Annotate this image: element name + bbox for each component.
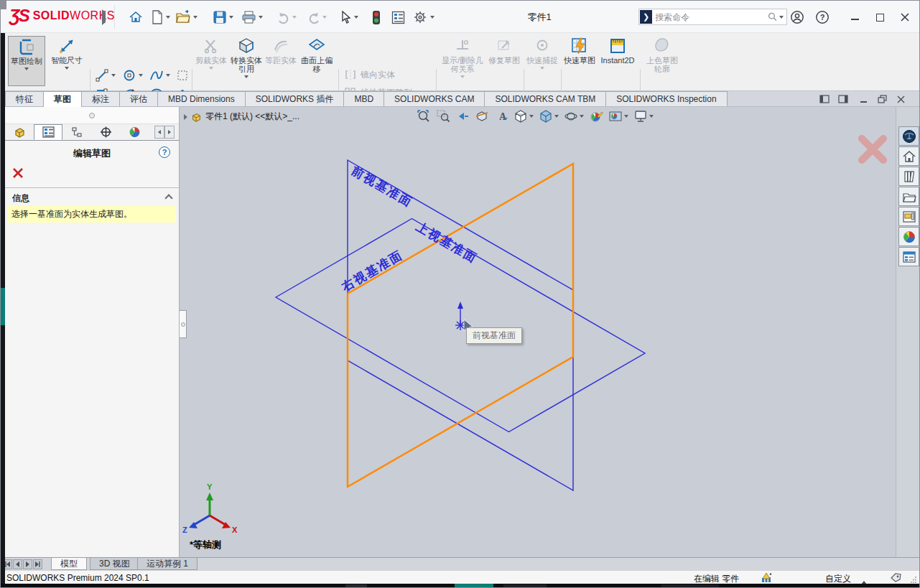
panel-tabs-scroll-right[interactable] (164, 126, 175, 139)
apply-scene-caret[interactable] (624, 115, 628, 118)
print-caret[interactable] (259, 16, 263, 19)
tab-features[interactable]: 特征 (5, 91, 44, 106)
doc-close-button[interactable] (894, 93, 907, 105)
tab-addins[interactable]: SOLIDWORKS 插件 (245, 91, 345, 106)
display-style-button[interactable] (539, 109, 559, 123)
pane-toggle-right-button[interactable] (837, 93, 850, 105)
top-plane-label[interactable]: 上视基准面 (413, 220, 480, 266)
tab-dimxpertmanager[interactable] (91, 124, 120, 140)
settings-caret[interactable] (430, 16, 435, 19)
tab-featuremanager[interactable] (5, 124, 34, 140)
open-caret[interactable] (193, 16, 198, 19)
zoom-fit-button[interactable] (417, 109, 431, 123)
line-caret[interactable] (110, 67, 117, 83)
settings-button[interactable] (412, 9, 429, 26)
pm-cancel-button[interactable] (12, 167, 25, 180)
annotation-view-button[interactable]: A (494, 109, 508, 123)
previous-view-button[interactable] (455, 109, 470, 123)
front-plane-label[interactable]: 前视基准面 (348, 164, 415, 210)
view-orientation-caret[interactable] (529, 115, 534, 118)
panel-tabs-scroll-left[interactable] (154, 126, 164, 139)
view-orientation-button[interactable] (514, 109, 534, 123)
display-style-caret[interactable] (554, 115, 559, 118)
search-scope-icon[interactable]: ❯ (640, 10, 652, 24)
pane-toggle-left-button[interactable] (818, 93, 831, 105)
save-caret[interactable] (229, 16, 233, 19)
tab-cam[interactable]: SOLIDWORKS CAM (384, 91, 485, 106)
tab-mbd[interactable]: MBD (343, 91, 384, 106)
flyout-feature-tree[interactable]: 零件1 (默认) <<默认>_... (184, 111, 299, 123)
panel-collapse-tab[interactable] (180, 310, 187, 338)
tab-mbd-dimensions[interactable]: MBD Dimensions (157, 91, 246, 106)
pm-help-icon[interactable]: ? (159, 146, 170, 158)
tab-cam-tbm[interactable]: SOLIDWORKS CAM TBM (484, 91, 606, 106)
tab-configurationmanager[interactable] (62, 124, 91, 140)
tab-nav-last-button[interactable] (33, 559, 42, 569)
tab-inspection[interactable]: SOLIDWORKS Inspection (605, 91, 727, 106)
confirmation-corner-cancel[interactable] (856, 134, 889, 167)
sketch-caret[interactable] (24, 67, 29, 70)
maximize-button[interactable] (872, 10, 888, 24)
design-library-button[interactable] (898, 167, 919, 186)
spline-tool[interactable] (149, 67, 164, 83)
spline-caret[interactable] (164, 67, 172, 83)
smart-dimension-caret[interactable] (65, 67, 69, 70)
hide-show-items-button[interactable] (564, 109, 584, 123)
appearances-button[interactable] (898, 227, 919, 246)
home-button[interactable] (127, 9, 144, 26)
zoom-area-button[interactable] (436, 109, 450, 123)
view-palette-button[interactable] (898, 207, 919, 226)
doc-restore-button[interactable] (875, 93, 888, 105)
new-document-caret[interactable] (166, 16, 170, 19)
graphics-viewport[interactable]: 前视基准面 上视基准面 右视基准面 Y (180, 107, 920, 557)
edit-appearance-button[interactable] (589, 109, 603, 123)
performance-button[interactable] (368, 9, 385, 26)
apply-scene-button[interactable] (608, 109, 628, 123)
select-caret[interactable] (354, 16, 358, 19)
tab-model[interactable]: 模型 (51, 558, 87, 570)
options-list-button[interactable] (389, 9, 406, 26)
view-settings-caret[interactable] (649, 115, 654, 118)
open-button[interactable] (175, 9, 192, 26)
surface-offset-button[interactable]: 曲面上偏移 (298, 36, 335, 86)
threedexperience-button[interactable] (898, 126, 919, 146)
minimize-button[interactable] (847, 10, 863, 24)
file-explorer-button[interactable] (898, 187, 919, 206)
tab-sketch[interactable]: 草图 (43, 91, 82, 107)
sw-resources-button[interactable] (898, 146, 919, 166)
convert-entities-button[interactable]: 转换实体引用 (229, 36, 264, 86)
search-caret[interactable] (779, 16, 784, 19)
search-input[interactable] (655, 12, 766, 22)
undo-button[interactable] (275, 9, 292, 26)
select-region-tool[interactable] (175, 67, 190, 83)
hide-show-caret[interactable] (580, 115, 584, 118)
close-button[interactable] (897, 10, 913, 24)
search-icon[interactable] (768, 11, 778, 22)
convert-caret[interactable] (244, 75, 248, 78)
tab-nav-prev-button[interactable] (13, 559, 22, 569)
custom-properties-button[interactable] (898, 247, 919, 266)
search-command-box[interactable]: ❯ (638, 9, 787, 25)
tree-expand-arrow[interactable] (184, 114, 187, 120)
tab-markup[interactable]: 标注 (81, 91, 120, 106)
print-button[interactable] (240, 9, 257, 26)
tab-displaymanager[interactable] (120, 124, 149, 140)
menu-flyout-arrow[interactable] (102, 12, 106, 22)
doc-minimize-button[interactable] (857, 93, 870, 105)
tree-root-label[interactable]: 零件1 (默认) <<默认>_... (205, 111, 299, 123)
tab-propertymanager[interactable] (34, 124, 62, 140)
rapid-sketch-button[interactable]: 快速草图 (564, 36, 595, 86)
circle-caret[interactable] (137, 67, 144, 83)
save-button[interactable] (211, 9, 228, 26)
sketch-button[interactable]: 草图绘制 (8, 36, 45, 86)
info-section-header[interactable]: 信息 (5, 190, 179, 206)
panel-splitter-grip[interactable] (5, 107, 179, 124)
view-settings-button[interactable] (633, 109, 654, 123)
line-tool[interactable] (94, 67, 110, 83)
circle-tool[interactable] (121, 67, 137, 83)
tab-evaluate[interactable]: 评估 (119, 91, 158, 106)
new-document-button[interactable] (149, 9, 166, 26)
collapse-section-chevron[interactable] (164, 194, 172, 202)
help-button[interactable]: ? (814, 10, 830, 24)
instant2d-button[interactable]: Instant2D (598, 36, 637, 86)
